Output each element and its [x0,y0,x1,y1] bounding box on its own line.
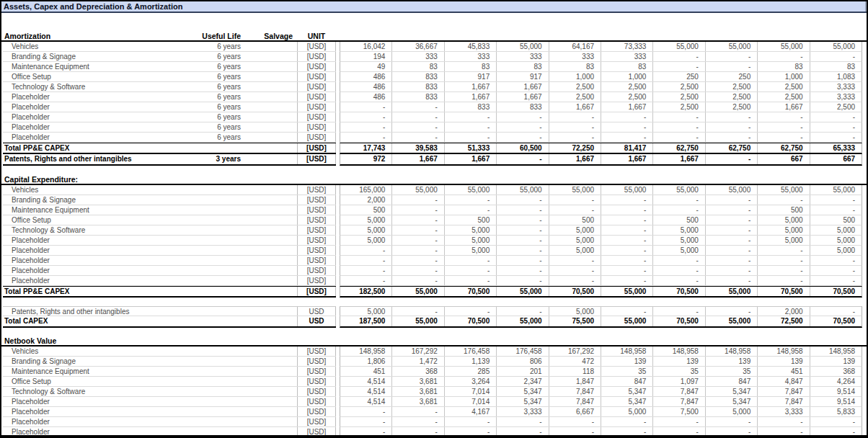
value-cell[interactable]: - [757,52,809,61]
value-cell[interactable]: - [757,256,809,265]
value-cell[interactable]: 5,000 [810,236,862,245]
value-cell[interactable]: 55,000 [601,185,652,195]
value-cell[interactable]: 1,667 [549,102,601,112]
value-cell[interactable]: 917 [444,72,496,81]
value-cell[interactable]: 5,833 [810,407,862,416]
value-cell[interactable]: - [340,133,391,142]
value-cell[interactable]: - [391,276,443,285]
value-cell[interactable]: - [496,205,548,215]
value-cell[interactable]: 64,167 [549,42,601,51]
value-cell[interactable]: - [652,122,704,132]
value-cell[interactable]: 2,500 [601,82,652,91]
value-cell[interactable]: 2,500 [549,92,601,102]
value-cell[interactable]: - [601,133,652,142]
value-cell[interactable]: - [705,256,757,265]
value-cell[interactable]: 1,667 [496,92,548,102]
value-cell[interactable]: 6,667 [549,407,601,416]
value-cell[interactable]: 1,000 [601,72,652,81]
value-cell[interactable]: 1,667 [444,82,496,91]
value-cell[interactable]: 250 [652,72,704,81]
value-cell[interactable]: 55,000 [810,185,862,195]
value-cell[interactable]: - [757,133,809,142]
value-cell[interactable]: 139 [601,357,652,366]
value-cell[interactable]: - [340,407,391,416]
value-cell[interactable]: - [601,276,652,285]
value-cell[interactable]: 148,958 [757,347,809,356]
value-cell[interactable]: 4,264 [810,377,862,386]
value-cell[interactable]: - [391,122,443,132]
value-cell[interactable]: - [496,122,548,132]
value-cell[interactable]: 833 [496,102,548,112]
value-cell[interactable]: - [340,266,391,275]
value-cell[interactable]: 187,500 [340,316,391,326]
value-cell[interactable]: - [652,266,704,275]
value-cell[interactable]: 5,000 [757,225,809,235]
value-cell[interactable]: 70,500 [652,316,704,326]
value-cell[interactable]: 55,000 [705,316,757,326]
value-cell[interactable]: - [444,133,496,142]
value-cell[interactable]: 1,847 [549,377,601,386]
value-cell[interactable]: 62,750 [757,143,809,153]
value-cell[interactable]: 39,583 [391,143,443,153]
value-cell[interactable]: 9,514 [810,397,862,406]
value-cell[interactable]: - [496,154,548,164]
value-cell[interactable]: 5,000 [340,215,391,225]
value-cell[interactable]: 5,000 [444,225,496,235]
value-cell[interactable]: 148,958 [601,347,652,356]
value-cell[interactable]: - [757,417,809,426]
value-cell[interactable]: 5,000 [549,246,601,255]
value-cell[interactable]: - [496,225,548,235]
value-cell[interactable]: 917 [496,72,548,81]
value-cell[interactable]: 500 [757,205,809,215]
value-cell[interactable]: 182,500 [340,287,391,296]
value-cell[interactable]: 5,347 [496,397,548,406]
value-cell[interactable]: - [496,266,548,275]
value-cell[interactable]: 368 [810,367,862,376]
value-cell[interactable]: 5,000 [444,246,496,255]
value-cell[interactable]: 5,000 [549,307,601,316]
value-cell[interactable]: - [705,427,757,437]
value-cell[interactable]: - [444,427,496,437]
value-cell[interactable]: 16,042 [340,42,391,51]
value-cell[interactable]: 55,000 [496,316,548,326]
value-cell[interactable]: 333 [496,52,548,61]
value-cell[interactable]: 333 [549,52,601,61]
value-cell[interactable]: 5,000 [652,225,704,235]
value-cell[interactable]: 7,847 [652,387,704,396]
value-cell[interactable]: 83 [444,62,496,71]
value-cell[interactable]: - [757,246,809,255]
value-cell[interactable]: - [549,122,601,132]
value-cell[interactable]: - [391,427,443,437]
value-cell[interactable]: 62,750 [652,143,704,153]
value-cell[interactable]: 5,000 [444,236,496,245]
value-cell[interactable]: 368 [391,367,443,376]
value-cell[interactable]: 7,847 [757,397,809,406]
value-cell[interactable]: - [652,195,704,205]
value-cell[interactable]: 2,347 [496,377,548,386]
value-cell[interactable]: - [601,112,652,122]
value-cell[interactable]: 3,681 [391,397,443,406]
value-cell[interactable]: - [340,276,391,285]
value-cell[interactable]: - [496,246,548,255]
value-cell[interactable]: - [340,427,391,437]
value-cell[interactable]: - [810,307,862,316]
value-cell[interactable]: 7,847 [549,397,601,406]
value-cell[interactable]: 65,333 [810,143,862,153]
value-cell[interactable]: 1,667 [496,82,548,91]
value-cell[interactable]: 70,500 [652,287,704,296]
value-cell[interactable]: - [496,236,548,245]
value-cell[interactable]: 70,500 [444,287,496,296]
value-cell[interactable]: 5,000 [601,407,652,416]
value-cell[interactable]: - [757,266,809,275]
value-cell[interactable]: 5,347 [601,387,652,396]
value-cell[interactable]: - [652,52,704,61]
value-cell[interactable]: - [757,427,809,437]
value-cell[interactable]: - [652,307,704,316]
value-cell[interactable]: - [601,266,652,275]
value-cell[interactable]: 5,000 [810,246,862,255]
value-cell[interactable]: - [810,112,862,122]
value-cell[interactable]: - [652,427,704,437]
value-cell[interactable]: 2,500 [757,82,809,91]
value-cell[interactable]: 7,847 [757,387,809,396]
value-cell[interactable]: - [705,195,757,205]
